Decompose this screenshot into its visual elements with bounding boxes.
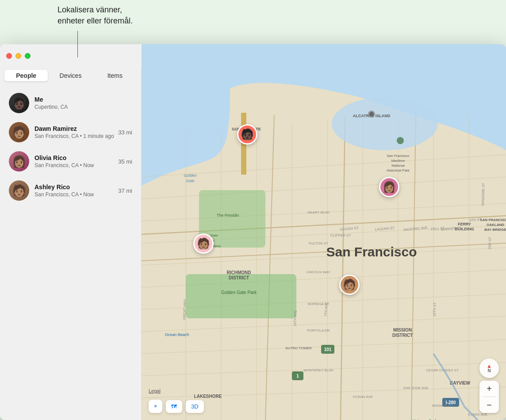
threed-button[interactable]: 3D (186, 400, 204, 413)
maps-button[interactable]: 🗺 (166, 400, 182, 413)
people-list: 🧑🏿 Me Cupertino, CA 🧑🏽 Dawn Ramirez San … (0, 85, 141, 420)
avatar-me: 🧑🏿 (9, 93, 29, 113)
person-location-olivia: San Francisco, CA • Now (34, 162, 115, 168)
zoom-controls: + − (479, 381, 499, 413)
location-icon: ⌖ (154, 403, 157, 410)
svg-text:Historical Park: Historical Park (387, 168, 410, 172)
svg-text:Golden Gate Park: Golden Gate Park (221, 290, 257, 295)
map-pin-olivia[interactable]: 👩🏽 (379, 177, 399, 197)
svg-point-34 (332, 97, 438, 150)
svg-text:1: 1 (296, 374, 299, 378)
map-area: 101 1 I-280 San Francisco GOLDEN GATE BR… (142, 44, 506, 420)
svg-text:MISSION: MISSION (393, 328, 412, 332)
svg-rect-32 (186, 274, 296, 318)
svg-text:DISTRICT: DISTRICT (392, 333, 413, 338)
svg-text:SAN FRANCISCO-: SAN FRANCISCO- (480, 218, 506, 222)
svg-text:101: 101 (324, 347, 332, 352)
person-item-olivia[interactable]: 👩🏽 Olivia Rico San Francisco, CA • Now 3… (3, 147, 138, 176)
tab-devices[interactable]: Devices (49, 70, 92, 81)
person-location-ashley: San Francisco, CA • Now (34, 191, 115, 198)
map-pin-dawn[interactable]: 🧑🏽 (339, 275, 360, 295)
person-name-olivia: Olivia Rico (34, 154, 115, 161)
avatar-olivia: 👩🏽 (9, 151, 29, 172)
person-name-me: Me (34, 96, 132, 103)
sidebar: People Devices Items 🧑🏿 Me Cupertino, CA… (0, 44, 142, 420)
svg-text:RICHMOND: RICHMOND (227, 270, 251, 275)
svg-point-93 (397, 137, 404, 144)
map-controls-bottom: ⌖ 🗺 3D (149, 400, 204, 413)
tab-bar: People Devices Items (0, 67, 141, 85)
person-info-ashley: Ashley Rico San Francisco, CA • Now (34, 183, 115, 198)
svg-text:The Presidio: The Presidio (217, 213, 239, 218)
svg-text:MISSION ST: MISSION ST (432, 404, 452, 408)
svg-text:GEARY BLVD: GEARY BLVD (307, 210, 330, 214)
svg-text:SAN JOSE AVE: SAN JOSE AVE (403, 386, 429, 390)
person-name-dawn: Dawn Ramirez (34, 125, 115, 132)
titlebar (0, 44, 142, 67)
legal-link[interactable]: Legal (149, 388, 161, 393)
svg-text:SANSOME ST: SANSOME ST (481, 183, 486, 206)
svg-text:2ND ST: 2ND ST (488, 237, 492, 249)
svg-text:National: National (391, 164, 405, 168)
svg-text:7TH AVE: 7TH AVE (324, 302, 328, 317)
person-item-ashley[interactable]: 🧑🏽 Ashley Rico San Francisco, CA • Now 3… (3, 176, 138, 205)
minimize-button[interactable] (15, 53, 21, 59)
person-info-me: Me Cupertino, CA (34, 96, 132, 110)
svg-text:San Francisco: San Francisco (326, 244, 417, 259)
person-info-olivia: Olivia Rico San Francisco, CA • Now (34, 154, 115, 168)
svg-text:19TH AVE: 19TH AVE (293, 310, 297, 326)
map-controls-right: ▲ N + − (479, 359, 499, 413)
svg-text:LINCOLN WAY: LINCOLN WAY (307, 270, 331, 274)
person-distance-olivia: 35 mi (118, 158, 132, 165)
map-icon: 🗺 (171, 403, 177, 410)
close-button[interactable] (6, 53, 12, 59)
compass[interactable]: ▲ N (479, 359, 499, 378)
svg-text:MONTEREY BLVD: MONTEREY BLVD (303, 368, 334, 372)
svg-text:CLIPPER ST: CLIPPER ST (330, 233, 351, 237)
map-pin-ashley[interactable]: 🧑🏽 (193, 233, 214, 254)
zoom-out-button[interactable]: − (479, 397, 499, 413)
svg-text:Golden: Golden (184, 173, 196, 178)
svg-text:OCEAN AVE: OCEAN AVE (353, 395, 373, 399)
map-svg: 101 1 I-280 San Francisco GOLDEN GATE BR… (142, 44, 506, 420)
person-item-me[interactable]: 🧑🏿 Me Cupertino, CA (3, 88, 138, 118)
app-window: People Devices Items 🧑🏿 Me Cupertino, CA… (0, 44, 506, 420)
svg-text:OAKLAND: OAKLAND (487, 223, 504, 227)
zoom-button[interactable] (25, 53, 31, 59)
svg-point-92 (369, 112, 374, 116)
zoom-in-button[interactable]: + (479, 381, 499, 397)
tooltip-line-indicator (77, 31, 78, 57)
tooltip-line2: enheter eller föremål. (58, 16, 133, 25)
svg-text:DISTRICT: DISTRICT (229, 275, 249, 280)
svg-text:Ocean Beach: Ocean Beach (165, 332, 189, 337)
tooltip: Lokalisera vänner, enheter eller föremål… (58, 4, 133, 27)
svg-text:San Francisco: San Francisco (387, 154, 410, 158)
person-name-ashley: Ashley Rico (34, 183, 115, 191)
svg-text:GREAT HWY: GREAT HWY (182, 298, 187, 320)
avatar-dawn: 🧑🏽 (9, 122, 29, 142)
traffic-lights (6, 53, 31, 59)
tab-items[interactable]: Items (93, 70, 137, 81)
map-pin-me[interactable]: 🧑🏿 (237, 124, 257, 145)
svg-text:PORTOLA DR: PORTOLA DR (307, 328, 330, 332)
person-item-dawn[interactable]: 🧑🏽 Dawn Ramirez San Francisco, CA • 1 mi… (3, 118, 138, 147)
location-button[interactable]: ⌖ (149, 400, 162, 413)
tab-people[interactable]: People (4, 70, 48, 81)
person-info-dawn: Dawn Ramirez San Francisco, CA • 1 minut… (34, 125, 115, 139)
person-location-me: Cupertino, CA (34, 104, 132, 110)
compass-label: N (487, 369, 491, 373)
person-distance-ashley: 37 mi (118, 187, 132, 194)
person-distance-dawn: 33 mi (118, 129, 132, 136)
svg-text:BAY BRIDGE: BAY BRIDGE (484, 228, 506, 232)
svg-text:FULTON ST: FULTON ST (309, 241, 328, 245)
svg-text:LAKESHORE: LAKESHORE (194, 394, 222, 399)
person-location-dawn: San Francisco, CA • 1 minute ago (34, 133, 115, 139)
svg-text:Maritime: Maritime (391, 159, 405, 163)
avatar-ashley: 🧑🏽 (9, 180, 29, 201)
svg-text:16TH ST: 16TH ST (432, 302, 437, 317)
svg-text:SUTRO TOWER: SUTRO TOWER (285, 346, 312, 350)
svg-text:Gate: Gate (186, 179, 195, 183)
tooltip-line1: Lokalisera vänner, (58, 5, 122, 14)
